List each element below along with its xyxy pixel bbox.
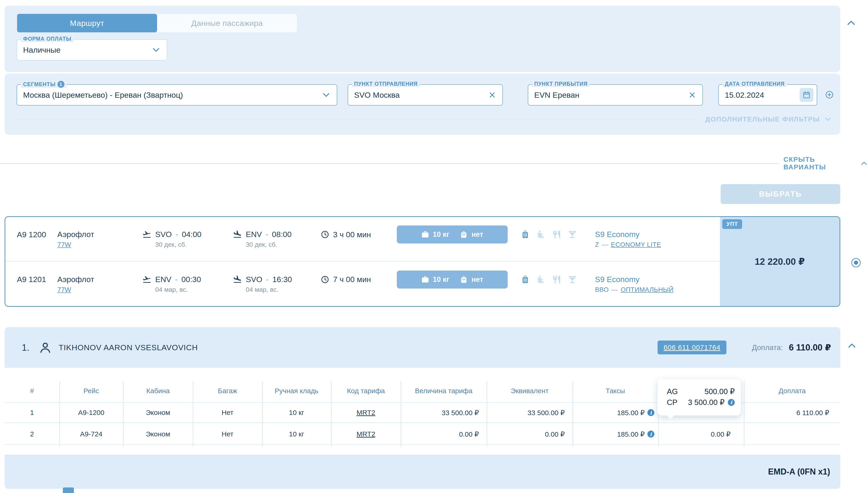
departure-airport-code: SVO (155, 229, 172, 239)
hand-luggage-icon (460, 231, 468, 238)
aircraft-type-link[interactable]: 77W (57, 241, 71, 249)
separator: — (602, 241, 608, 249)
aircraft-type-link[interactable]: 77W (57, 286, 71, 294)
ticket-number-link[interactable]: 606 611 0071764 (657, 341, 726, 355)
fare-name-link[interactable]: ECONOMY LITE (611, 241, 661, 249)
segments-label: СЕГМЕНТЫ (23, 81, 56, 88)
row-divider (5, 423, 840, 423)
calendar-button[interactable] (800, 88, 813, 102)
departure-date: 04 мар, вс. (155, 286, 201, 294)
departure-airport-code: ENV (155, 274, 171, 284)
baggage-allowance: 10 кг (433, 275, 450, 284)
cell-surcharge: 6 110.00 ₽ (744, 406, 840, 419)
drinks-icon (568, 275, 577, 284)
calendar-icon (802, 91, 811, 99)
surcharge-label: Доплата: (752, 343, 783, 352)
separator: - (266, 274, 268, 284)
footer-bar: EMD-A (0FN x1) (5, 455, 840, 489)
airline-name: Аэрофлот (57, 274, 94, 284)
segments-select[interactable]: СЕГМЕНТЫ 1 Москва (Шереметьево) - Ереван… (17, 84, 337, 106)
departure-point-input[interactable]: ПУНКТ ОТПРАВЛЕНИЯ SVO Москва (348, 84, 503, 106)
hand-luggage-allowance: нет (472, 230, 483, 239)
arrival-point-input[interactable]: ПУНКТ ПРИБЫТИЯ EVN Ереван (528, 84, 703, 106)
departure-point-label: ПУНКТ ОТПРАВЛЕНИЯ (352, 81, 420, 87)
collapse-search-icon[interactable] (846, 18, 856, 28)
arrival-airport-code: ENV (246, 229, 262, 239)
cabin-class: S9 Economy (595, 229, 639, 239)
search-panel: СЕГМЕНТЫ 1 Москва (Шереметьево) - Ереван… (5, 74, 840, 135)
col-header: Код тарифа (331, 384, 401, 398)
col-header: Кабина (123, 384, 193, 398)
departure-date-input[interactable]: ДАТА ОТПРАВЛЕНИЯ 15.02.2024 (718, 84, 817, 106)
chevron-down-icon[interactable] (824, 115, 832, 123)
amenities (521, 230, 583, 239)
fare-option-radio[interactable] (851, 258, 861, 267)
add-segment-icon[interactable] (825, 90, 834, 99)
price-panel[interactable]: УПТ 12 220.00 ₽ (720, 217, 840, 306)
arrival-block: SVO - 16:30 04 мар, вс. (233, 274, 321, 294)
info-icon[interactable] (728, 399, 735, 406)
cell-cabin: Эконом (123, 428, 193, 441)
total-price: 12 220.00 ₽ (720, 256, 840, 267)
col-header: Таксы (572, 384, 658, 398)
flight-segment-row: A9 1201 Аэрофлот 77W ENV - 00:30 04 мар,… (5, 261, 720, 306)
arrival-point-value: EVN Ереван (534, 90, 684, 100)
tooltip-row: CP 3 500.00 ₽ (667, 398, 735, 407)
hide-variants-toggle[interactable]: СКРЫТЬ ВАРИАНТЫ (783, 158, 868, 169)
fare-code-link[interactable]: MRT2 (356, 430, 375, 438)
segments-value: Москва (Шереметьево) - Ереван (Звартноц) (23, 90, 317, 100)
seat-icon (536, 275, 546, 284)
baggage-icon (421, 231, 429, 238)
cell-taxes: 185.00 ₽ (617, 430, 645, 438)
variants-divider (0, 163, 779, 164)
taxes-tooltip: AG 500.00 ₽ CP 3 500.00 ₽ (657, 379, 741, 415)
collapse-passenger-icon[interactable] (847, 341, 857, 351)
emd-label: EMD-A (0FN x1) (768, 467, 830, 477)
main-tabs: Маршрут Данные пассажира (17, 14, 298, 33)
table-row: 2 A9-724 Эконом Нет 10 кг MRT2 0.00 ₽ 0.… (5, 428, 840, 441)
clear-icon[interactable] (488, 91, 496, 99)
meal-icon (552, 275, 561, 284)
col-header: # (5, 384, 59, 398)
cell-index: 1 (5, 406, 59, 419)
select-button[interactable]: ВЫБРАТЬ (721, 184, 840, 204)
passenger-name: TIKHONOV AARON VSESLAVOVICH (59, 343, 198, 352)
clear-icon[interactable] (688, 91, 696, 99)
departure-time: 04:00 (182, 229, 201, 239)
separator: — (611, 286, 618, 294)
tab-route[interactable]: Маршрут (17, 14, 157, 33)
baggage-icon (421, 276, 429, 283)
fare-name-link[interactable]: ОПТИМАЛЬНЫЙ (621, 286, 674, 294)
fare-code-link[interactable]: MRT2 (356, 409, 375, 416)
passenger-bar: 1. TIKHONOV AARON VSESLAVOVICH 606 611 0… (5, 327, 840, 368)
cell-hand-luggage: 10 кг (262, 406, 331, 419)
tax-code: CP (667, 398, 685, 407)
departure-date-label: ДАТА ОТПРАВЛЕНИЯ (722, 81, 787, 87)
cell-fees: 0.00 ₽ (658, 428, 744, 441)
surcharge-value: 6 110.00 ₽ (789, 342, 831, 352)
tab-passenger-data[interactable]: Данные пассажира (157, 14, 297, 33)
col-header: Эквивалент (487, 384, 572, 398)
cell-surcharge (744, 428, 840, 441)
fare-basis: BBO (595, 286, 609, 294)
fare-block: S9 Economy BBO — ОПТИМАЛЬНЫЙ (583, 274, 720, 294)
col-header: Багаж (193, 384, 262, 398)
departure-date-value: 15.02.2024 (725, 90, 796, 100)
flight-offer-card[interactable]: A9 1200 Аэрофлот 77W SVO - 04:00 30 дек,… (5, 216, 840, 307)
info-icon[interactable] (647, 431, 654, 437)
departure-date: 30 дек, сб. (155, 241, 201, 249)
cell-flight: A9-1200 (59, 406, 123, 419)
info-icon[interactable] (647, 409, 654, 416)
departure-time: 00:30 (181, 274, 201, 284)
tax-code: AG (667, 387, 685, 396)
extra-filters-toggle[interactable]: ДОПОЛНИТЕЛЬНЫЕ ФИЛЬТРЫ (706, 115, 820, 123)
carry-on-bag-icon (521, 230, 530, 239)
chevron-down-icon (152, 45, 161, 55)
baggage-badge: 10 кг нет (397, 271, 508, 288)
payment-method-value: Наличные (23, 45, 147, 55)
fare-basis: Z (595, 241, 599, 249)
arrival-time: 08:00 (272, 229, 291, 239)
arrival-date: 04 мар, вс. (246, 286, 292, 294)
payment-method-select[interactable]: ФОРМА ОПЛАТЫ Наличные (17, 39, 167, 61)
airline-block: Аэрофлот 77W (57, 229, 142, 249)
